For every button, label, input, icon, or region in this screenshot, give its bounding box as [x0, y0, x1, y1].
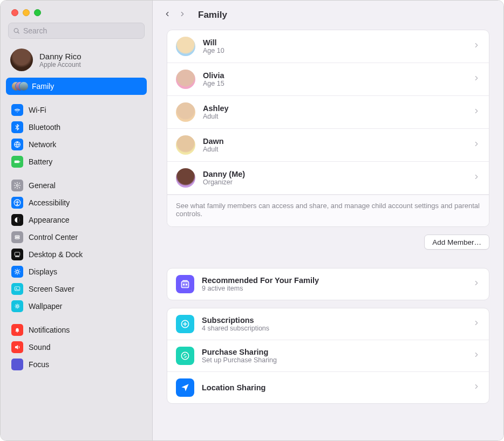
family-member-row[interactable]: AshleyAdult	[167, 96, 489, 129]
sidebar-item-label: Desktop & Dock	[29, 250, 83, 259]
sidebar-item-label: Family	[32, 82, 54, 91]
sidebar-item-bt[interactable]: Bluetooth	[6, 119, 147, 136]
net-icon	[11, 139, 23, 150]
member-avatar	[176, 102, 195, 122]
sidebar-item-bat[interactable]: Battery	[6, 153, 147, 170]
family-member-row[interactable]: WillAge 10	[167, 30, 489, 63]
sidebar-item-notif[interactable]: Notifications	[6, 321, 147, 339]
svg-rect-11	[15, 238, 19, 239]
member-name: Danny (Me)	[203, 170, 245, 178]
focus-icon	[11, 359, 23, 370]
svg-point-14	[16, 271, 19, 273]
option-title: Recommended For Your Family	[202, 276, 319, 285]
sidebar-item-label: Notifications	[29, 326, 70, 334]
loc-icon	[176, 378, 194, 397]
nav-back-button[interactable]	[164, 10, 171, 20]
sidebar-item-label: Network	[29, 140, 56, 149]
member-name: Ashley	[203, 104, 229, 113]
member-name: Olivia	[203, 71, 224, 80]
minimize-button[interactable]	[23, 9, 30, 16]
account-avatar	[10, 49, 33, 71]
member-name: Dawn	[203, 137, 224, 146]
search-input[interactable]	[23, 26, 140, 35]
options-card-1: Recommended For Your Family9 active item…	[167, 268, 489, 300]
nav-forward-button[interactable]	[179, 10, 186, 20]
member-avatar	[176, 168, 195, 188]
member-name: Will	[203, 38, 224, 47]
family-member-row[interactable]: OliviaAge 15	[167, 63, 489, 96]
sidebar-item-cc[interactable]: Control Center	[6, 229, 147, 246]
sidebar-item-dock[interactable]: Desktop & Dock	[6, 246, 147, 263]
window: Danny Rico Apple Account Family Wi-FiBlu…	[1, 1, 503, 440]
member-avatar	[176, 37, 195, 56]
sidebar-item-family[interactable]: Family	[6, 78, 147, 95]
search-icon	[13, 27, 20, 35]
member-sub: Age 15	[203, 80, 224, 87]
chevron-right-icon	[473, 383, 480, 392]
member-avatar	[176, 70, 195, 89]
cc-icon	[11, 231, 23, 243]
window-controls	[1, 1, 152, 23]
chevron-right-icon	[473, 140, 480, 150]
wifi-icon	[11, 104, 23, 116]
chevron-right-icon	[473, 42, 480, 51]
svg-rect-12	[15, 252, 19, 256]
option-sub: 4 shared subscriptions	[202, 325, 269, 332]
purch-icon	[176, 347, 194, 365]
main-header: Family	[153, 1, 503, 30]
sidebar-item-label: Wi-Fi	[29, 106, 46, 114]
option-sub: Set up Purchase Sharing	[202, 356, 277, 364]
option-title: Location Sharing	[202, 383, 265, 392]
sidebar-item-wifi[interactable]: Wi-Fi	[6, 101, 147, 119]
family-member-row[interactable]: DawnAdult	[167, 129, 489, 162]
sidebar-item-gen[interactable]: General	[6, 177, 147, 194]
svg-point-22	[186, 284, 187, 285]
bat-icon	[11, 156, 23, 168]
chevron-right-icon	[473, 74, 480, 84]
bt-icon	[11, 121, 23, 133]
sidebar-item-disp[interactable]: Displays	[6, 263, 147, 280]
sidebar-item-label: Wallpaper	[29, 302, 63, 311]
option-title: Purchase Sharing	[202, 348, 277, 356]
option-row-purch[interactable]: Purchase SharingSet up Purchase Sharing	[167, 340, 489, 372]
sidebar-item-focus[interactable]: Focus	[6, 356, 147, 373]
sidebar-item-acc[interactable]: Accessibility	[6, 194, 147, 211]
sidebar-item-net[interactable]: Network	[6, 136, 147, 153]
family-member-row[interactable]: Danny (Me)Organizer	[167, 162, 489, 195]
sidebar-item-label: Appearance	[29, 216, 70, 224]
family-members-card: WillAge 10OliviaAge 15AshleyAdultDawnAdu…	[167, 30, 489, 227]
option-row-rec[interactable]: Recommended For Your Family9 active item…	[167, 268, 489, 300]
chevron-right-icon	[473, 173, 480, 183]
close-button[interactable]	[11, 9, 18, 16]
search-field[interactable]	[8, 23, 145, 39]
svg-rect-10	[15, 236, 19, 237]
sidebar-item-label: General	[29, 181, 56, 190]
svg-point-24	[181, 352, 188, 359]
sidebar-item-sound[interactable]: Sound	[6, 339, 147, 356]
sidebar-item-ss[interactable]: Screen Saver	[6, 280, 147, 298]
sidebar-item-label: Focus	[29, 360, 49, 369]
member-avatar	[176, 135, 195, 155]
add-member-button[interactable]: Add Member…	[424, 235, 489, 250]
ss-icon	[11, 283, 23, 295]
svg-rect-5	[19, 161, 20, 162]
sidebar-item-label: Displays	[29, 267, 57, 276]
fullscreen-button[interactable]	[34, 9, 41, 16]
sidebar-item-label: Bluetooth	[29, 123, 60, 132]
sidebar-item-label: Screen Saver	[29, 285, 74, 293]
member-sub: Age 10	[203, 47, 224, 54]
sidebar-item-label: Battery	[29, 157, 52, 166]
svg-point-21	[183, 284, 185, 285]
option-row-loc[interactable]: Location Sharing	[167, 372, 489, 403]
option-title: Subscriptions	[202, 316, 269, 325]
family-icon	[11, 80, 26, 92]
sidebar-item-app[interactable]: Appearance	[6, 211, 147, 229]
sidebar-item-wall[interactable]: Wallpaper	[6, 298, 147, 315]
svg-rect-19	[181, 281, 188, 288]
chevron-right-icon	[179, 10, 186, 18]
rec-icon	[176, 275, 194, 293]
chevron-right-icon	[473, 107, 480, 117]
notif-icon	[11, 324, 23, 336]
option-row-subs[interactable]: Subscriptions4 shared subscriptions	[167, 308, 489, 340]
account-row[interactable]: Danny Rico Apple Account	[1, 43, 152, 78]
